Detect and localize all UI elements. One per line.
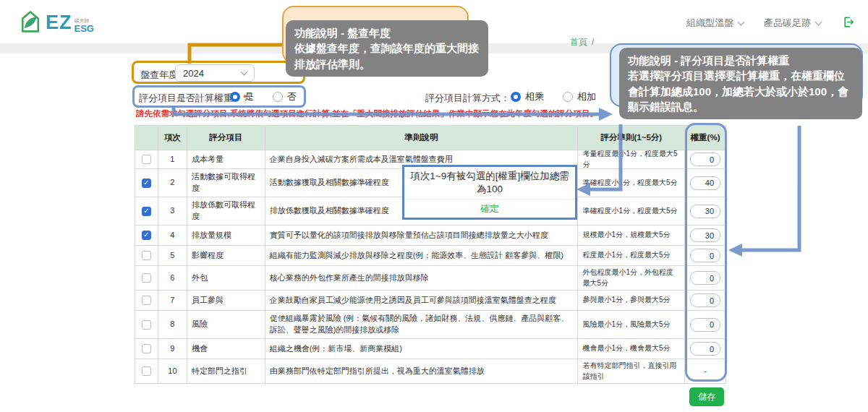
tooltip-body: 依據盤查年度，查詢該年度的重大間接排放評估準則。 [294,40,480,72]
row-item-name: 成本考量 [187,150,265,168]
row-number: 1 [158,150,187,168]
row-item-name: 特定部門之指引 [187,359,265,383]
logo-ez-text: EZ [46,12,72,34]
row-criteria: 參與最小1分，參與最大5分 [578,291,685,310]
calc-method-label: 評分項目計算方式：* [425,92,514,105]
weight-question-radios: 是 否 [230,90,297,103]
nav-org-ghg-inventory[interactable]: 組織型溫盤 [686,17,744,30]
logo-house-icon [17,8,43,37]
row-weight-cell [685,169,726,197]
row-number: 8 [158,311,187,338]
modal-message: 項次1~9有被勾選的[權重]欄位加總需為100 [404,167,575,199]
row-criteria: 準確程度小1分，程度最大5分 [578,169,685,197]
table-row: 9機會組織之機會(例：新市場、新商業模組)機會最小1分，機會最大5分 [135,339,726,359]
tooltip-title: 功能說明 - 評分項目是否計算權重 [628,53,854,68]
row-number: 10 [158,359,187,383]
row-number: 9 [158,339,187,359]
table-row: 8風險促使組織暴露於風險 (例：氣候有關的風險，諸如財務、法規、供應鏈、產品與顧… [135,311,726,339]
weight-input[interactable] [690,176,720,190]
row-criteria: 機會最小1分，機會最大5分 [578,339,685,359]
table-row: 7員工參與企業鼓勵自家員工減少能源使用之誘因及員工可參與該項間接溫室氣體盤查之程… [135,291,726,311]
weight-input[interactable] [690,342,720,356]
row-checkbox[interactable] [142,344,151,353]
row-checkbox[interactable] [142,296,151,305]
row-item-name: 排放量規模 [187,226,265,245]
row-checkbox[interactable] [142,320,151,330]
table-row: ✓4排放量規模實質可予以量化的該項間接排放與移除量預估占該項目間接總排放量之大小… [135,226,726,246]
row-number: 5 [158,246,187,265]
radio-unselected-icon [273,92,283,102]
tooltip-weight: 功能說明 - 評分項目是否計算權重 若選擇評分項目選擇要計算權重，在權重欄位會計… [619,48,862,119]
tooltip-year: 功能說明 - 盤查年度 依據盤查年度，查詢該年度的重大間接排放評估準則。 [286,20,488,77]
row-checkbox[interactable] [142,366,151,376]
header-item: 評分項目 [187,126,265,150]
tooltip-body: 若選擇評分項目選擇要計算權重，在權重欄位會計算加總成100，加總若大於或小於10… [628,68,854,114]
radio-label: 否 [287,90,297,103]
row-item-name: 影響程度 [187,246,265,265]
weight-input[interactable] [690,153,720,166]
app-logo[interactable]: EZ 碳大師 ESG [17,8,94,37]
chevron-down-icon [241,68,248,75]
weight-dash: - [689,366,721,377]
radio-label: 是 [244,90,254,103]
row-item-name: 員工參與 [187,291,265,310]
row-checkbox[interactable]: ✓ [142,207,151,216]
radio-multiply[interactable]: 相乘 [511,90,544,103]
row-item-name: 風險 [187,311,265,338]
row-description: 實質可予以量化的該項間接排放與移除量預估占該項目間接總排放量之大小程度 [265,226,579,245]
calc-method-radios: 相乘 相加 [511,90,596,103]
row-criteria: 外包程度最小1分，外包程度最大5分 [578,266,685,290]
row-weight-cell: - [685,359,726,383]
chevron-down-icon [815,18,822,25]
weight-input[interactable] [690,205,720,218]
header-criteria: 評分準則(1~5分) [578,126,685,150]
breadcrumb-home-link[interactable]: 首頁 [570,37,587,47]
row-checkbox[interactable] [142,251,151,260]
chevron-down-icon [738,18,745,25]
weight-input[interactable] [690,318,720,332]
logout-button[interactable] [841,15,855,31]
row-item-name: 外包 [187,266,265,290]
row-weight-cell [685,339,726,359]
row-item-name: 排放係數可取得程度 [187,197,265,225]
breadcrumb-separator: / [592,37,594,47]
radio-weight-no[interactable]: 否 [273,90,297,103]
weight-input[interactable] [690,249,720,262]
row-description: 核心業務的外包作業所產生的間接排放與移除 [265,266,579,290]
row-checkbox[interactable]: ✓ [142,231,151,240]
blue-arrow-to-weight-column [728,126,799,257]
year-select[interactable]: 2024 [175,64,255,82]
table-row: 6外包核心業務的外包作業所產生的間接排放與移除外包程度最小1分，外包程度最大5分 [135,266,726,291]
row-criteria: 風險最小1分，風險最大5分 [578,311,685,338]
modal-confirm-button[interactable]: 確定 [404,199,575,218]
tooltip-title: 功能說明 - 盤查年度 [294,25,480,40]
warning-text: 請先依需求勾選評分項目,系統將依勾選項目進行計算,並在「重大間接排放評估結果」作… [136,108,598,119]
row-checkbox[interactable]: ✓ [142,179,151,188]
table-header-row: 項次 評分項目 準則說明 評分準則(1~5分) 權重(%) [135,126,726,150]
row-checkbox[interactable] [142,155,151,164]
row-criteria: 考量程度最小1分，程度最大5分 [578,150,685,168]
row-checkbox[interactable] [142,273,151,283]
nav-product-carbon-footprint[interactable]: 產品碳足跡 [764,17,821,30]
row-criteria: 若有特定部門指引，直接引用該指引 [578,359,685,383]
radio-selected-icon [511,92,521,102]
table-row: 10特定部門之指引由業務部門依特定部門指引所提出，視為重大的溫室氣體排放若有特定… [135,359,726,384]
weight-input[interactable] [690,228,720,242]
row-number: 7 [158,291,187,310]
row-weight-cell [685,246,726,265]
radio-add[interactable]: 相加 [563,90,596,103]
weight-sum-modal: 項次1~9有被勾選的[權重]欄位加總需為100 確定 [402,165,577,220]
criteria-table: 項次 評分項目 準則說明 評分準則(1~5分) 權重(%) 1成本考量企業自身投… [135,125,726,384]
weight-input[interactable] [690,271,720,285]
row-number: 2 [158,169,187,197]
weight-input[interactable] [690,293,720,307]
row-number: 6 [158,266,187,290]
row-weight-cell [685,311,726,338]
row-item-name: 活動數據可取得程度 [187,169,265,197]
row-description: 由業務部門依特定部門指引所提出，視為重大的溫室氣體排放 [265,359,579,383]
row-number: 4 [158,226,187,245]
header-desc: 準則說明 [265,126,579,150]
save-button[interactable]: 儲存 [689,387,724,406]
top-nav: 組織型溫盤 產品碳足跡 [686,15,855,31]
radio-weight-yes[interactable]: 是 [230,90,254,103]
